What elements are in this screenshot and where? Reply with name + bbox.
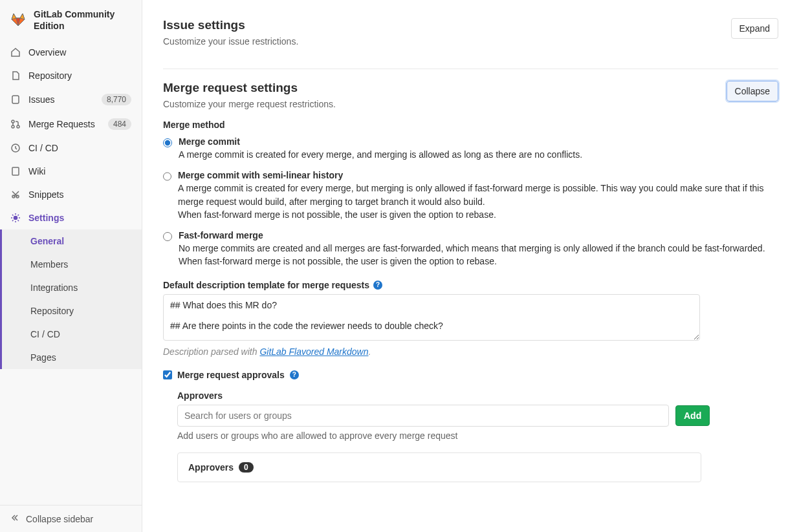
file-icon — [10, 70, 21, 81]
mr-count-badge: 484 — [108, 118, 131, 130]
settings-subnav: General Members Integrations Repository … — [0, 229, 142, 369]
sidebar-item-wiki[interactable]: Wiki — [0, 160, 142, 183]
subnav-cicd[interactable]: CI / CD — [2, 323, 142, 346]
home-icon — [10, 47, 21, 58]
issue-settings-title: Issue settings — [163, 18, 298, 32]
subnav-repository[interactable]: Repository — [2, 299, 142, 323]
subnav-pages[interactable]: Pages — [2, 346, 142, 369]
svg-point-1 — [12, 120, 14, 123]
radio-merge-commit[interactable] — [163, 138, 172, 147]
radio-fast-forward[interactable] — [163, 232, 172, 241]
subnav-members[interactable]: Members — [2, 253, 142, 276]
approvers-block: Approvers Add Add users or groups who ar… — [177, 390, 778, 482]
expand-issue-button[interactable]: Expand — [731, 18, 778, 39]
template-label: Default description template for merge r… — [163, 280, 369, 290]
sidebar-item-snippets[interactable]: Snippets — [0, 183, 142, 206]
help-icon[interactable]: ? — [373, 281, 382, 290]
radio-desc: No merge commits are created and all mer… — [179, 242, 765, 268]
svg-point-8 — [14, 217, 17, 220]
mr-approvals-checkbox[interactable] — [163, 370, 172, 379]
svg-point-2 — [12, 125, 14, 128]
collapse-mr-button[interactable]: Collapse — [727, 81, 778, 101]
issue-settings-section: Issue settings Customize your issue rest… — [163, 18, 778, 58]
mr-template-textarea[interactable] — [163, 294, 700, 341]
svg-rect-5 — [12, 167, 19, 175]
nav-label: Snippets — [28, 189, 131, 200]
mr-settings-title: Merge request settings — [163, 81, 336, 95]
radio-semi-linear[interactable] — [163, 172, 171, 181]
radio-desc: A merge commit is created for every merg… — [178, 182, 778, 221]
svg-point-3 — [17, 125, 19, 128]
merge-method-option[interactable]: Merge commit A merge commit is created f… — [163, 136, 778, 161]
gfm-link[interactable]: GitLab Flavored Markdown — [259, 346, 368, 357]
merge-request-settings-section: Merge request settings Customize your me… — [163, 81, 778, 494]
add-approver-button[interactable]: Add — [675, 405, 710, 426]
help-icon[interactable]: ? — [290, 370, 299, 379]
merge-method-option[interactable]: Merge commit with semi-linear history A … — [163, 170, 778, 221]
sidebar-item-issues[interactable]: Issues 8,770 — [0, 87, 142, 112]
template-hint: Description parsed with GitLab Flavored … — [163, 346, 778, 357]
issues-count-badge: 8,770 — [102, 94, 131, 105]
sidebar-header: GitLab Community Edition — [0, 0, 142, 41]
sidebar-item-cicd[interactable]: CI / CD — [0, 136, 142, 160]
subnav-general[interactable]: General — [2, 229, 142, 253]
svg-rect-0 — [12, 96, 19, 103]
approvers-label: Approvers — [177, 390, 778, 401]
scissors-icon — [10, 189, 21, 200]
radio-desc: A merge commit is created for every merg… — [179, 148, 582, 161]
approvers-hint: Add users or groups who are allowed to a… — [177, 431, 778, 441]
cicd-icon — [10, 143, 21, 153]
chevron-left-double-icon — [10, 513, 19, 524]
approvers-count: 0 — [239, 462, 254, 473]
sidebar-item-overview[interactable]: Overview — [0, 41, 142, 64]
template-label-row: Default description template for merge r… — [163, 280, 778, 290]
nav-label: Issues — [28, 94, 94, 105]
main-content: Issue settings Customize your issue rest… — [142, 0, 799, 532]
nav-label: CI / CD — [28, 143, 131, 153]
approvers-box-label: Approvers — [188, 462, 234, 473]
radio-label: Fast-forward merge — [179, 230, 765, 240]
radio-label: Merge commit with semi-linear history — [178, 170, 778, 180]
mr-settings-desc: Customize your merge request restriction… — [163, 99, 336, 109]
issue-settings-desc: Customize your issue restrictions. — [163, 36, 298, 47]
collapse-sidebar-button[interactable]: Collapse sidebar — [0, 505, 142, 532]
merge-method-option[interactable]: Fast-forward merge No merge commits are … — [163, 230, 778, 268]
issues-icon — [10, 94, 21, 105]
collapse-sidebar-label: Collapse sidebar — [26, 514, 93, 524]
nav-label: Repository — [28, 70, 131, 81]
approvals-label: Merge request approvals — [177, 370, 285, 380]
approvers-list-box: Approvers 0 — [177, 452, 701, 482]
merge-request-icon — [10, 119, 21, 129]
gear-icon — [10, 213, 21, 223]
approvals-check-row: Merge request approvals ? — [163, 370, 778, 380]
approvers-search-input[interactable] — [177, 405, 669, 427]
sidebar-item-merge-requests[interactable]: Merge Requests 484 — [0, 112, 142, 136]
radio-label: Merge commit — [179, 136, 582, 147]
sidebar-item-settings[interactable]: Settings — [0, 206, 142, 229]
sidebar: GitLab Community Edition Overview Reposi… — [0, 0, 142, 532]
subnav-integrations[interactable]: Integrations — [2, 276, 142, 299]
sidebar-item-repository[interactable]: Repository — [0, 64, 142, 87]
merge-method-label: Merge method — [163, 120, 778, 130]
nav-label: Wiki — [28, 166, 131, 176]
book-icon — [10, 166, 21, 176]
sidebar-nav: Overview Repository Issues 8,770 Merge R… — [0, 41, 142, 505]
nav-label: Settings — [28, 213, 131, 223]
section-divider — [163, 69, 778, 69]
nav-label: Merge Requests — [28, 119, 100, 129]
gitlab-logo-icon — [10, 12, 26, 29]
nav-label: Overview — [28, 47, 131, 58]
project-title: GitLab Community Edition — [34, 9, 131, 32]
